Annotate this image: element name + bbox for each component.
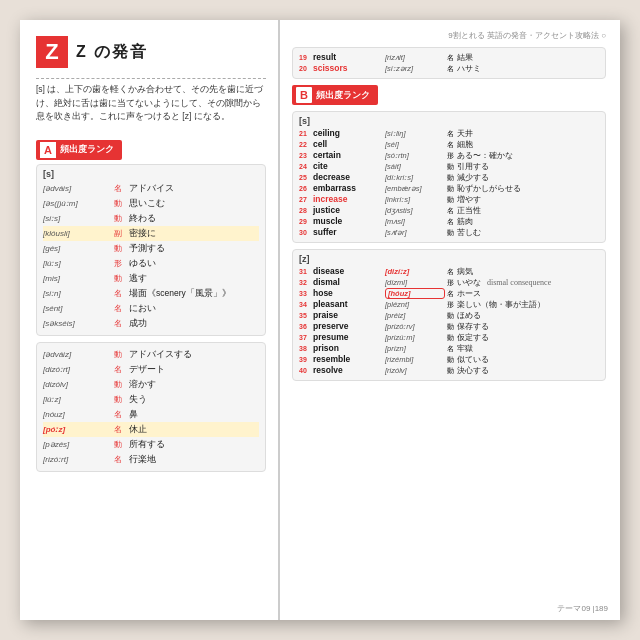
z-description: [s] は、上下の歯を軽くかみ合わせて、その先を歯に近づけ、絶対に舌は歯に当てな… — [36, 83, 266, 124]
list-item: 30 suffer [sʌfər] 動 苦しむ — [299, 227, 599, 238]
book: Z Z の発音 [s] は、上下の歯を軽くかみ合わせて、その先を歯に近づけ、絶対… — [20, 20, 620, 620]
group-s-right: [s] 21 ceiling [síːliŋ] 名 天井 22 cell [sé… — [292, 111, 606, 243]
list-item: 33 hose [hóuz] 名 ホース — [299, 288, 599, 299]
list-item: 21 ceiling [síːliŋ] 名 天井 — [299, 128, 599, 139]
list-item: 20 scissors [síːzərz] 名 ハサミ — [299, 63, 599, 74]
list-item: [dizólv] 動 溶かす — [43, 377, 259, 392]
list-item: [nóuz] 名 鼻 — [43, 407, 259, 422]
list-item: [ədváiz] 動 アドバイスする — [43, 347, 259, 362]
list-item: 26 embarrass [embǽrəs] 動 恥ずかしがらせる — [299, 183, 599, 194]
group-z-left: [ədváiz] 動 アドバイスする [dizóːrt] 名 デザート [diz… — [36, 342, 266, 472]
list-item: 23 certain [sóːrtn] 形 ある〜：確かな — [299, 150, 599, 161]
list-item: 28 justice [dʒʌstis] 名 正当性 — [299, 205, 599, 216]
rank-letter-a: A — [40, 142, 56, 158]
group-s-left: [s] [ədváis] 名 アドバイス [əs(j)úːm] 動 思いこむ [… — [36, 164, 266, 336]
book-header: 9割とれる 英語の発音・アクセント攻略法 ○ — [292, 30, 606, 41]
list-item: 24 cite [sáit] 動 引用する — [299, 161, 599, 172]
list-item: 40 resolve [rizólv] 動 決心する — [299, 365, 599, 376]
rank-label-b: 頻出度ランク — [316, 89, 370, 102]
z-header: Z Z の発音 — [36, 36, 266, 68]
word-list-z-left: [ədváiz] 動 アドバイスする [dizóːrt] 名 デザート [diz… — [43, 347, 259, 467]
list-item: [klóusli] 副 密接に — [43, 226, 259, 241]
list-item: [gés] 動 予測する — [43, 241, 259, 256]
list-item: 27 increase [inkríːs] 動 増やす — [299, 194, 599, 205]
list-item: 31 disease [dizíːz] 名 病気 — [299, 266, 599, 277]
s-section-label: [s] — [299, 116, 599, 126]
list-item: [rizóːrt] 名 行楽地 — [43, 452, 259, 467]
list-item: 29 muscle [mʌsl] 名 筋肉 — [299, 216, 599, 227]
divider — [36, 78, 266, 79]
list-item: 25 decrease [díːkriːs] 動 減少する — [299, 172, 599, 183]
list-item: [siːn] 名 場面《scenery「風景」》 — [43, 286, 259, 301]
list-item: [əs(j)úːm] 動 思いこむ — [43, 196, 259, 211]
rank-badge-a: A 頻出度ランク — [36, 140, 122, 160]
list-item: [səkséis] 名 成功 — [43, 316, 259, 331]
list-item: 39 resemble [rizémbl] 動 似ている — [299, 354, 599, 365]
handwritten-note: dismal consequence — [487, 278, 551, 287]
z-section-label: [z] — [299, 254, 599, 264]
right-page: 9割とれる 英語の発音・アクセント攻略法 ○ 19 result [rizʌlt… — [280, 20, 620, 620]
page-number: テーマ09 |189 — [557, 603, 608, 614]
list-item: 32 dismal [dízml] 形 いやな dismal consequen… — [299, 277, 599, 288]
group-z-right: [z] 31 disease [dizíːz] 名 病気 32 dismal [… — [292, 249, 606, 381]
rank-label-a: 頻出度ランク — [60, 143, 114, 156]
list-item: [pəzés] 動 所有する — [43, 437, 259, 452]
list-item: 38 prison [prízn] 名 牢獄 — [299, 343, 599, 354]
rank-badge-b: B 頻出度ランク — [292, 85, 378, 105]
list-item: [dizóːrt] 名 デザート — [43, 362, 259, 377]
rank-letter-b: B — [296, 87, 312, 103]
left-page: Z Z の発音 [s] は、上下の歯を軽くかみ合わせて、その先を歯に近づけ、絶対… — [20, 20, 280, 620]
list-item: 35 praise [préiz] 動 ほめる — [299, 310, 599, 321]
list-item: 22 cell [sél] 名 細胞 — [299, 139, 599, 150]
z-icon: Z — [36, 36, 68, 68]
result-scissors-group: 19 result [rizʌlt] 名 結果 20 scissors [síː… — [292, 47, 606, 79]
list-item: [lúːs] 形 ゆるい — [43, 256, 259, 271]
word-list-s-right: 21 ceiling [síːliŋ] 名 天井 22 cell [sél] 名… — [299, 128, 599, 238]
list-item: [sént] 名 におい — [43, 301, 259, 316]
list-item: 36 preserve [prizóːrv] 動 保存する — [299, 321, 599, 332]
list-item: [ədváis] 名 アドバイス — [43, 181, 259, 196]
list-item: [mis] 動 逃す — [43, 271, 259, 286]
group-s-label: [s] — [43, 169, 259, 179]
list-item: 34 pleasant [pléznt] 形 楽しい（物・事が主語） — [299, 299, 599, 310]
word-list-z-right: 31 disease [dizíːz] 名 病気 32 dismal [dízm… — [299, 266, 599, 376]
list-item: [lúːz] 動 失う — [43, 392, 259, 407]
list-item: [siːs] 動 終わる — [43, 211, 259, 226]
list-item: 19 result [rizʌlt] 名 結果 — [299, 52, 599, 63]
list-item: [póːz] 名 休止 — [43, 422, 259, 437]
page-title: Z の発音 — [76, 42, 148, 63]
list-item: 37 presume [prizúːm] 動 仮定する — [299, 332, 599, 343]
word-list-s-left: [ədváis] 名 アドバイス [əs(j)úːm] 動 思いこむ [siːs… — [43, 181, 259, 331]
